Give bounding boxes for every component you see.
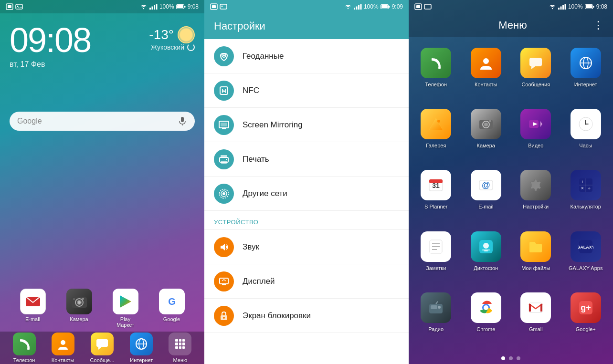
svg-point-80 [437, 120, 440, 123]
settings-item-nfc[interactable]: NFC [204, 73, 409, 108]
bottom-internet[interactable]: Интернет [130, 333, 153, 363]
svg-point-23 [61, 340, 65, 345]
wifi-icon2 [345, 4, 351, 10]
menu-app-clock[interactable]: Часы [561, 103, 611, 164]
dock-camera[interactable]: Камера [66, 289, 92, 328]
svg-marker-55 [221, 244, 225, 250]
svg-rect-111 [482, 250, 490, 250]
settings-battery: 100% [364, 3, 379, 10]
search-text: Google [17, 117, 42, 125]
video-svg [528, 116, 543, 132]
menu-app-notes[interactable]: Заметки [411, 226, 461, 287]
menu-app-video[interactable]: Видео [511, 103, 561, 164]
settings-item-screen-mirroring[interactable]: Screen Mirroring [204, 108, 409, 142]
menu-app-internet[interactable]: Интернет [561, 42, 611, 103]
svg-rect-73 [529, 58, 542, 66]
menu-app-googleplus[interactable]: g+ Google+ [561, 287, 611, 348]
refresh-icon[interactable] [187, 43, 195, 51]
settings-item-geodata[interactable]: Геоданные [204, 39, 409, 73]
gmail-app-label: Gmail [529, 326, 543, 333]
menu-app-contacts[interactable]: Контакты [461, 42, 511, 103]
menu-app-email[interactable]: @ E-mail [461, 164, 511, 225]
menu-app-myfiles[interactable]: Мои файлы [511, 226, 561, 287]
gmail-svg [528, 300, 543, 315]
menu-app-settings[interactable]: Настройки [511, 164, 561, 225]
settings-status-bar: 100% 9:09 [204, 0, 409, 13]
settings-item-sound[interactable]: Звук [204, 230, 409, 264]
settings-item-display[interactable]: Дисплей [204, 264, 409, 299]
menu-page-dots [409, 353, 613, 364]
menu-app-gmail[interactable]: Gmail [511, 287, 561, 348]
svg-point-92 [585, 124, 586, 125]
menu-app-splanner[interactable]: 31 S Planner [411, 164, 461, 225]
myfiles-svg [528, 239, 543, 254]
svg-rect-110 [483, 243, 489, 249]
menu-app-galaxyapps[interactable]: GALAXY GALAXY Apps [561, 226, 611, 287]
screen-mirroring-icon [214, 115, 234, 135]
svg-rect-56 [220, 278, 228, 284]
recorder-svg [478, 239, 494, 254]
calc-app-icon: +−×÷ [571, 170, 601, 200]
dock-google[interactable]: G Google [159, 289, 185, 328]
menu-app-camera[interactable]: Камера [461, 103, 511, 164]
bottom-phone[interactable]: Телефон [13, 333, 36, 363]
recorder-app-icon [471, 231, 501, 262]
google-icon: G [164, 293, 180, 310]
svg-marker-25 [98, 347, 102, 350]
svg-rect-124 [540, 304, 542, 312]
splanner-app-label: S Planner [424, 203, 447, 210]
svg-rect-84 [489, 120, 491, 122]
menu-app-recorder[interactable]: Диктофон [461, 226, 511, 287]
settings-list: Геоданные NFC Screen Mirro [204, 39, 409, 364]
search-bar[interactable]: Google [10, 112, 195, 131]
camera-app-label: Камера [477, 142, 495, 149]
battery-icon [176, 4, 186, 10]
email-app-label: E-mail [478, 203, 493, 210]
bottom-menu[interactable]: Меню [169, 333, 191, 363]
bottom-menu-label: Меню [173, 357, 188, 363]
svg-rect-122 [529, 303, 542, 312]
contacts-icon [56, 337, 70, 351]
menu-app-phone[interactable]: Телефон [411, 42, 461, 103]
menu-more-icon[interactable]: ⋮ [593, 19, 603, 31]
menu-title: Меню [433, 19, 593, 31]
settings-status-time: 9:09 [392, 3, 403, 10]
svg-point-72 [483, 58, 489, 64]
bottom-messages[interactable]: Сообще... [90, 333, 115, 363]
svg-rect-8 [156, 4, 157, 10]
menu-app-gallery[interactable]: Галерея [411, 103, 461, 164]
menu-grid-icon [175, 339, 185, 349]
menu-dot-2 [509, 356, 513, 360]
svg-rect-24 [96, 339, 108, 347]
signal-icon2 [353, 4, 362, 10]
dock-email[interactable]: E-mail [20, 289, 46, 328]
gmail-app-icon [520, 292, 551, 323]
section-device-label: УСТРОЙСТВО [214, 218, 258, 226]
svg-rect-10 [177, 5, 183, 8]
svg-rect-47 [221, 123, 227, 126]
bottom-internet-label: Интернет [130, 357, 153, 363]
dock-playmarket[interactable]: Play Маркет [113, 289, 138, 328]
menu-status-bar: 100% 9:08 [409, 0, 613, 13]
mic-icon[interactable] [178, 116, 187, 126]
settings-item-lockscreen[interactable]: Экран блокировки [204, 299, 409, 333]
bottom-contacts[interactable]: Контакты [52, 333, 74, 363]
svg-text:@: @ [482, 180, 490, 190]
gallery-app-icon [421, 109, 451, 139]
menu-app-radio[interactable]: Радио [411, 287, 461, 348]
menu-app-calculator[interactable]: +−×÷ Калькулятор [561, 164, 611, 225]
menu-app-chrome[interactable]: Chrome [461, 287, 511, 348]
settings-status-right: 100% 9:09 [345, 3, 403, 10]
menu-app-messages[interactable]: Сообщения [511, 42, 561, 103]
print-icon [214, 149, 234, 169]
home-bottom-bar: Телефон Контакты Сообще... Интернет [0, 332, 204, 364]
chrome-svg [478, 300, 494, 315]
messages-app-label: Сообщения [521, 81, 550, 88]
menu-dot-1 [501, 356, 505, 360]
svg-rect-12 [181, 117, 184, 122]
svg-rect-2 [16, 4, 22, 9]
settings-item-other-networks[interactable]: Другие сети [204, 177, 409, 211]
settings-item-print[interactable]: Печать [204, 142, 409, 177]
svg-line-118 [436, 302, 438, 304]
settings-title: Настройки [214, 20, 265, 32]
